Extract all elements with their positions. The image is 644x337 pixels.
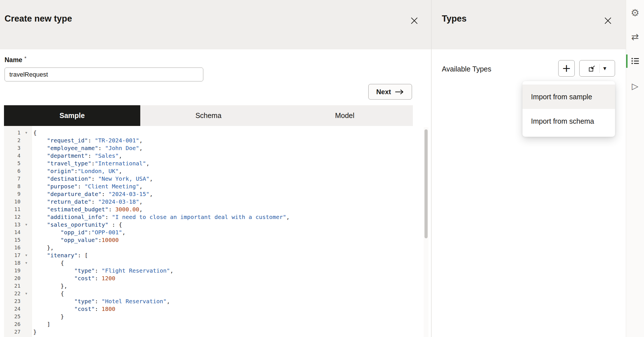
side-toolbar	[626, 0, 644, 337]
menu-item-import-from-schema[interactable]: Import from schema	[522, 109, 615, 133]
swap-arrows-icon: ⇄	[631, 31, 639, 42]
code-line-text[interactable]: "opp_value":10000	[33, 237, 119, 243]
editor-scrollbar	[424, 127, 428, 337]
line-number: 26	[4, 321, 20, 327]
code-line: 18▾ {	[4, 259, 424, 267]
code-line-text[interactable]: "travel_type":"International",	[33, 160, 149, 167]
line-number: 11	[4, 206, 20, 212]
page-title: Create new type	[5, 14, 72, 24]
line-number: 16	[4, 245, 20, 250]
line-number: 22	[4, 290, 20, 296]
tab-model[interactable]: Model	[277, 105, 413, 126]
code-line: 17▾ "itenary": [	[4, 251, 424, 259]
code-line-text[interactable]: "estimated_budget": 3000.00,	[33, 206, 143, 213]
fold-toggle-icon[interactable]: ▾	[20, 290, 32, 297]
settings-tool-button[interactable]: ⚙	[626, 6, 644, 20]
code-line-text[interactable]: "type": "Flight Reservation",	[33, 267, 173, 274]
close-icon	[604, 17, 612, 24]
list-icon	[631, 57, 639, 65]
import-split-button[interactable]: ▼	[579, 60, 615, 77]
code-line-text[interactable]: {	[33, 260, 64, 266]
run-tool-button[interactable]: ▷	[626, 79, 644, 93]
code-line-text[interactable]: },	[33, 283, 67, 289]
line-number: 20	[4, 275, 20, 281]
tab-schema[interactable]: Schema	[140, 105, 277, 126]
code-line-text[interactable]: "additional_info": "I need to close an i…	[33, 214, 290, 220]
code-line: 27}	[4, 328, 424, 336]
plus-icon: +	[562, 62, 571, 74]
code-line-text[interactable]: "origin":"London, UK",	[33, 168, 122, 174]
code-line: 1▾{	[4, 129, 424, 136]
line-number: 24	[4, 306, 20, 312]
code-line-text[interactable]: ]	[33, 321, 50, 328]
code-line-text[interactable]: }	[33, 313, 64, 320]
code-line: 19 "type": "Flight Reservation",	[4, 267, 424, 274]
fold-toggle-icon[interactable]: ▾	[20, 221, 32, 228]
panel-divider	[431, 0, 432, 337]
code-line-text[interactable]: {	[33, 290, 64, 297]
next-button[interactable]: Next	[368, 84, 412, 100]
menu-item-import-from-sample[interactable]: Import from sample	[522, 85, 615, 109]
name-input[interactable]	[5, 68, 203, 81]
close-icon	[411, 17, 418, 24]
code-line-text[interactable]: {	[33, 129, 37, 136]
code-line: 2 "request_id": "TR-2024-001",	[4, 136, 424, 144]
line-number: 27	[4, 329, 20, 335]
line-number: 5	[4, 160, 20, 166]
code-line-text[interactable]: },	[33, 244, 54, 251]
app-screen: Create new type Name* Next Sample Schema…	[0, 0, 644, 337]
available-types-label: Available Types	[442, 65, 491, 73]
code-editor[interactable]: 1▾{2 "request_id": "TR-2024-001",3 "empl…	[4, 126, 424, 337]
swap-tool-button[interactable]: ⇄	[626, 30, 644, 44]
code-line: 23 "type": "Hotel Reservation",	[4, 297, 424, 305]
code-line: 20 "cost": 1200	[4, 274, 424, 282]
line-number: 19	[4, 268, 20, 273]
required-asterisk: *	[24, 55, 26, 61]
code-line: 22▾ {	[4, 290, 424, 297]
types-panel-title: Types	[442, 14, 467, 24]
code-line: 16 },	[4, 244, 424, 251]
code-line-text[interactable]: "destination": "New York, USA",	[33, 175, 153, 182]
code-line-text[interactable]: "departure_date": "2024-03-15",	[33, 191, 153, 197]
close-types-panel-button[interactable]	[601, 14, 614, 27]
code-line-text[interactable]: "opp_id":"OPP-001",	[33, 229, 126, 236]
name-field-label: Name*	[5, 56, 26, 64]
line-number: 18	[4, 260, 20, 266]
code-line: 15 "opp_value":10000	[4, 236, 424, 244]
code-line-text[interactable]: }	[33, 328, 37, 335]
editor-tabs: Sample Schema Model	[4, 105, 413, 126]
line-number: 7	[4, 176, 20, 182]
fold-toggle-icon[interactable]: ▾	[20, 251, 32, 259]
code-line-text[interactable]: "department": "Sales",	[33, 152, 122, 159]
line-number: 6	[4, 168, 20, 174]
add-type-button[interactable]: +	[558, 60, 575, 77]
code-line: 13▾ "sales_oportunity" : {	[4, 221, 424, 228]
code-line-text[interactable]: "itenary": [	[33, 252, 88, 259]
code-line-text[interactable]: "cost": 1200	[33, 275, 115, 282]
line-number: 23	[4, 298, 20, 304]
types-list-tool-button[interactable]	[626, 54, 644, 68]
gear-icon: ⚙	[631, 7, 639, 18]
tab-sample[interactable]: Sample	[4, 105, 140, 126]
header	[0, 0, 626, 49]
line-number: 13	[4, 222, 20, 228]
code-line-text[interactable]: "return_date": "2024-03-18",	[33, 198, 143, 205]
close-create-type-button[interactable]	[408, 14, 421, 27]
code-line: 24 "cost": 1800	[4, 305, 424, 313]
code-line-text[interactable]: "employee_name": "John Doe",	[33, 145, 143, 151]
fold-toggle-icon[interactable]: ▾	[20, 259, 32, 267]
code-line-text[interactable]: "purpose": "Client Meeting",	[33, 183, 143, 190]
play-icon: ▷	[632, 81, 638, 91]
line-number: 17	[4, 252, 20, 258]
scrollbar-thumb[interactable]	[425, 129, 428, 238]
chevron-down-icon[interactable]: ▼	[603, 66, 607, 71]
line-number: 1	[4, 130, 20, 136]
code-line-text[interactable]: "cost": 1800	[33, 306, 115, 312]
code-line: 6 "origin":"London, UK",	[4, 167, 424, 175]
split-button-divider	[599, 64, 600, 73]
code-line-text[interactable]: "type": "Hotel Reservation",	[33, 298, 170, 305]
fold-toggle-icon[interactable]: ▾	[20, 129, 32, 136]
code-line: 26 ]	[4, 320, 424, 328]
code-line-text[interactable]: "sales_oportunity" : {	[33, 221, 122, 228]
code-line-text[interactable]: "request_id": "TR-2024-001",	[33, 137, 143, 144]
